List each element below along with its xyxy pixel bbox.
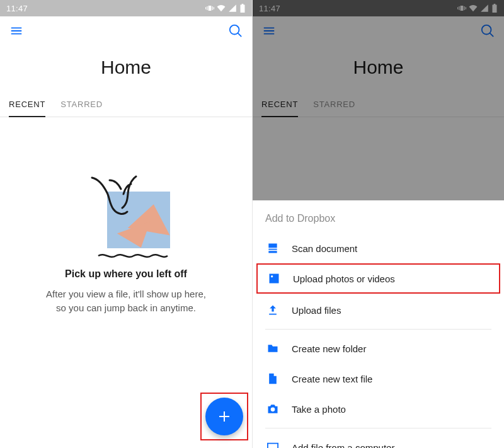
tab-starred[interactable]: STARRED: [60, 93, 103, 117]
search-button[interactable]: [478, 21, 498, 41]
sheet-item-create-folder[interactable]: Create new folder: [253, 333, 504, 364]
vibrate-icon: [457, 4, 466, 13]
sheet-title: Add to Dropbox: [253, 200, 504, 233]
signal-icon: [228, 4, 237, 13]
battery-icon: [491, 4, 498, 13]
wifi-icon: [217, 4, 226, 13]
status-bar: 11:47: [0, 0, 252, 16]
search-icon: [481, 24, 495, 38]
sheet-item-label: Create new text file: [292, 374, 372, 384]
sheet-item-from-computer[interactable]: Add file from a computer: [253, 432, 504, 448]
vibrate-icon: [205, 4, 214, 13]
svg-point-1: [271, 408, 275, 412]
hamburger-icon: [9, 24, 23, 38]
wifi-icon: [469, 4, 478, 13]
scribble-icon: [97, 251, 169, 258]
camera-icon: [265, 401, 280, 416]
svg-point-0: [271, 275, 273, 277]
tab-starred[interactable]: STARRED: [313, 93, 355, 117]
tab-bar: RECENT STARRED: [253, 93, 504, 117]
sheet-item-upload-files[interactable]: Upload files: [253, 295, 504, 325]
empty-heading: Pick up where you left off: [15, 268, 237, 280]
sheet-item-label: Scan document: [292, 243, 357, 254]
status-icons: [205, 4, 246, 13]
page-title: Home: [253, 57, 504, 78]
hands-icon: [84, 174, 160, 243]
sheet-item-take-photo[interactable]: Take a photo: [253, 394, 504, 424]
battery-icon: [239, 4, 246, 13]
tab-recent[interactable]: RECENT: [9, 93, 45, 117]
tab-recent[interactable]: RECENT: [261, 93, 298, 117]
bottom-sheet: Add to Dropbox Scan document Upload phot…: [253, 200, 504, 448]
scan-icon: [265, 241, 280, 256]
app-header: [253, 16, 504, 45]
file-icon: [265, 371, 280, 386]
page-title: Home: [0, 57, 252, 78]
page-title-wrap: Home: [253, 45, 504, 93]
search-icon: [229, 24, 243, 38]
screen-home: 11:47 Home RECENT STARRED: [0, 0, 252, 448]
status-time: 11:47: [6, 4, 28, 13]
sheet-item-label: Add file from a computer: [292, 442, 394, 449]
empty-body-2: so you can jump back in anytime.: [15, 301, 237, 315]
upload-icon: [265, 302, 280, 318]
status-icons: [457, 4, 498, 13]
sheet-item-label: Upload files: [292, 305, 341, 316]
search-button[interactable]: [226, 21, 246, 41]
page-title-wrap: Home: [0, 45, 252, 93]
status-time: 11:47: [259, 4, 280, 13]
image-icon: [266, 271, 282, 286]
sheet-item-label: Upload photos or videos: [293, 273, 395, 284]
app-header: [0, 16, 252, 45]
screen-add-sheet: 11:47 Home RECENT STARRED: [252, 0, 504, 448]
empty-illustration: [69, 174, 183, 258]
fab-highlight: [200, 393, 248, 440]
sheet-item-upload-media[interactable]: Upload photos or videos: [256, 263, 500, 294]
fab-add[interactable]: [205, 398, 243, 435]
sheet-item-label: Take a photo: [292, 404, 346, 415]
folder-icon: [265, 341, 280, 356]
menu-button[interactable]: [6, 21, 26, 41]
status-bar: 11:47: [253, 0, 504, 16]
sheet-item-scan[interactable]: Scan document: [253, 233, 504, 263]
divider: [265, 329, 491, 330]
empty-state: Pick up where you left off After you vie…: [0, 117, 252, 315]
hamburger-icon: [262, 24, 276, 38]
tab-bar: RECENT STARRED: [0, 93, 252, 117]
menu-button[interactable]: [259, 21, 279, 41]
sheet-item-create-text[interactable]: Create new text file: [253, 364, 504, 394]
plus-icon: [217, 409, 232, 424]
laptop-icon: [265, 440, 280, 448]
empty-body-1: After you view a file, it'll show up her…: [15, 287, 237, 301]
signal-icon: [480, 4, 489, 13]
sheet-item-label: Create new folder: [292, 343, 366, 354]
divider: [265, 428, 491, 428]
